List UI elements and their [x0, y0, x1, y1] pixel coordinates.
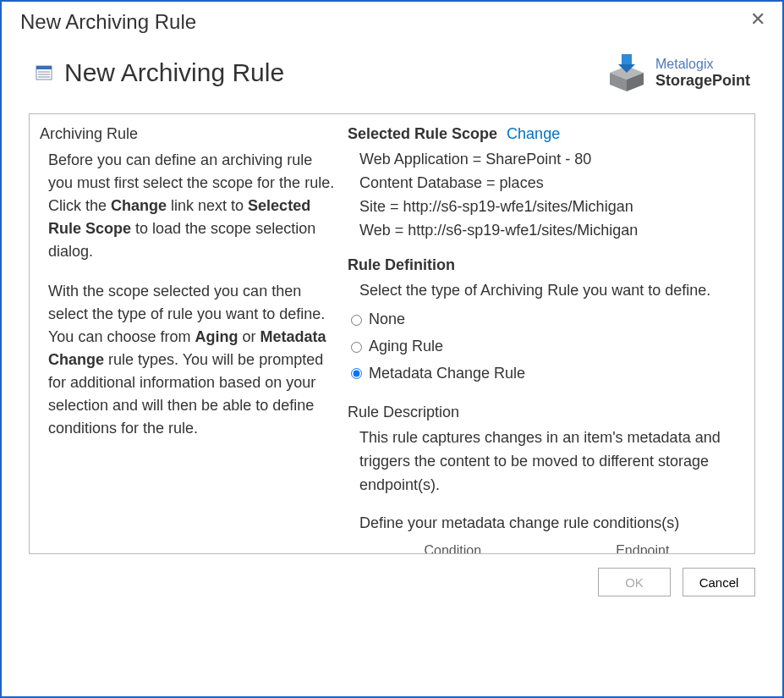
ok-button[interactable]: OK — [598, 568, 671, 596]
radio-metadata[interactable]: Metadata Change Rule — [348, 362, 741, 386]
window-title: New Archiving Rule — [2, 2, 782, 34]
page-title: New Archiving Rule — [64, 58, 284, 87]
radio-none-input[interactable] — [351, 315, 362, 326]
radio-label: Aging Rule — [369, 335, 443, 359]
radio-label: Metadata Change Rule — [369, 362, 525, 386]
conditions-header-row: Condition Endpoint — [358, 539, 737, 553]
help-title: Archiving Rule — [40, 123, 336, 146]
close-icon[interactable]: ✕ — [745, 8, 770, 30]
rule-definition-header: Rule Definition — [348, 254, 741, 278]
content-frame: Archiving Rule Before you can define an … — [29, 113, 755, 554]
help-bold: Aging — [195, 328, 238, 345]
form-panel: Selected Rule Scope Change Web Applicati… — [348, 123, 741, 540]
help-text: or — [238, 328, 260, 345]
storagepoint-icon — [606, 52, 647, 93]
rule-description-body: This rule captures changes in an item's … — [348, 426, 741, 497]
radio-aging[interactable]: Aging Rule — [348, 335, 741, 359]
radio-none[interactable]: None — [348, 308, 741, 332]
rule-description-header: Rule Description — [348, 401, 741, 425]
conditions-col-endpoint: Endpoint — [548, 539, 738, 553]
radio-metadata-input[interactable] — [351, 368, 362, 379]
brand-logo: Metalogix StoragePoint — [606, 52, 750, 93]
brand-bottom: StoragePoint — [655, 72, 750, 90]
help-bold: Change — [111, 197, 167, 214]
help-panel: Archiving Rule Before you can define an … — [41, 123, 336, 540]
form-icon — [36, 64, 52, 81]
dialog-buttons: OK Cancel — [2, 554, 782, 596]
header: New Archiving Rule Metalogix StoragePoin… — [2, 34, 782, 102]
change-scope-link[interactable]: Change — [507, 125, 560, 142]
scope-content-db: Content Database = places — [359, 172, 741, 195]
svg-rect-8 — [622, 54, 632, 64]
brand-top: Metalogix — [655, 57, 750, 72]
conditions-col-condition: Condition — [358, 539, 548, 553]
scope-web: Web = http://s6-sp19-wfe1/sites/Michigan — [359, 219, 741, 243]
help-text: link next to — [167, 197, 248, 214]
content-scroll[interactable]: Archiving Rule Before you can define an … — [30, 114, 754, 553]
radio-aging-input[interactable] — [351, 342, 362, 353]
radio-label: None — [369, 308, 405, 332]
conditions-define-label: Define your metadata change rule conditi… — [348, 512, 741, 536]
rule-definition-sub: Select the type of Archiving Rule you wa… — [348, 279, 741, 303]
cancel-button[interactable]: Cancel — [683, 568, 755, 596]
scope-site: Site = http://s6-sp19-wfe1/sites/Michiga… — [359, 195, 741, 219]
scope-webapp: Web Application = SharePoint - 80 — [359, 148, 741, 172]
svg-rect-1 — [36, 66, 52, 69]
scope-header: Selected Rule Scope — [348, 125, 497, 142]
